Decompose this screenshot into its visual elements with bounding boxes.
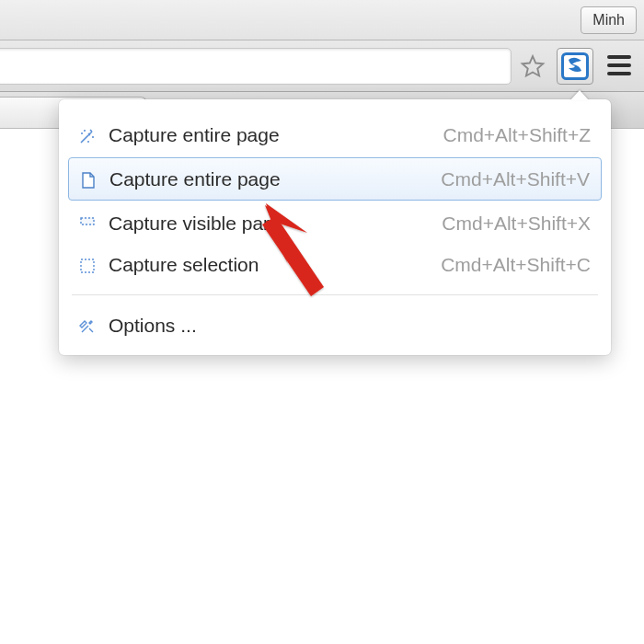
menu-shortcut: Cmd+Alt+Shift+C xyxy=(441,254,591,276)
menu-label: Capture selection xyxy=(109,254,259,276)
menu-capture-selection[interactable]: Capture selection Cmd+Alt+Shift+C xyxy=(68,244,602,285)
menu-capture-visible[interactable]: Capture visible part Cmd+Alt+Shift+X xyxy=(68,202,602,244)
menu-label: Capture entire page xyxy=(109,168,281,190)
menu-capture-entire-page[interactable]: Capture entire page Cmd+Alt+Shift+V xyxy=(68,157,602,201)
popup-arrow xyxy=(570,90,589,100)
menu-options[interactable]: Options ... xyxy=(68,305,602,346)
svg-rect-0 xyxy=(563,54,588,79)
page-icon xyxy=(80,171,97,188)
menu-label: Capture entire page xyxy=(109,124,280,146)
browser-titlebar: Minh xyxy=(0,0,644,40)
browser-toolbar xyxy=(0,40,644,92)
wand-icon xyxy=(79,127,96,144)
selection-icon xyxy=(79,257,96,273)
menu-shortcut: Cmd+Alt+Shift+Z xyxy=(443,124,591,146)
bookmark-star-icon[interactable] xyxy=(520,53,546,79)
chrome-menu-icon[interactable] xyxy=(607,55,631,75)
menu-label: Options ... xyxy=(109,315,197,337)
profile-button[interactable]: Minh xyxy=(581,6,637,34)
tools-icon xyxy=(79,317,96,334)
visible-part-icon xyxy=(79,215,96,232)
snagit-extension-button[interactable] xyxy=(557,48,593,85)
menu-separator xyxy=(72,294,598,295)
svg-rect-1 xyxy=(81,259,94,272)
address-bar[interactable] xyxy=(0,48,512,85)
menu-label: Capture visible part xyxy=(109,213,275,235)
extension-popup: Capture entire page Cmd+Alt+Shift+Z Capt… xyxy=(59,99,611,355)
profile-label: Minh xyxy=(592,12,625,29)
menu-shortcut: Cmd+Alt+Shift+X xyxy=(442,213,591,235)
menu-capture-entire-wand[interactable]: Capture entire page Cmd+Alt+Shift+Z xyxy=(68,114,602,155)
menu-shortcut: Cmd+Alt+Shift+V xyxy=(441,168,590,190)
